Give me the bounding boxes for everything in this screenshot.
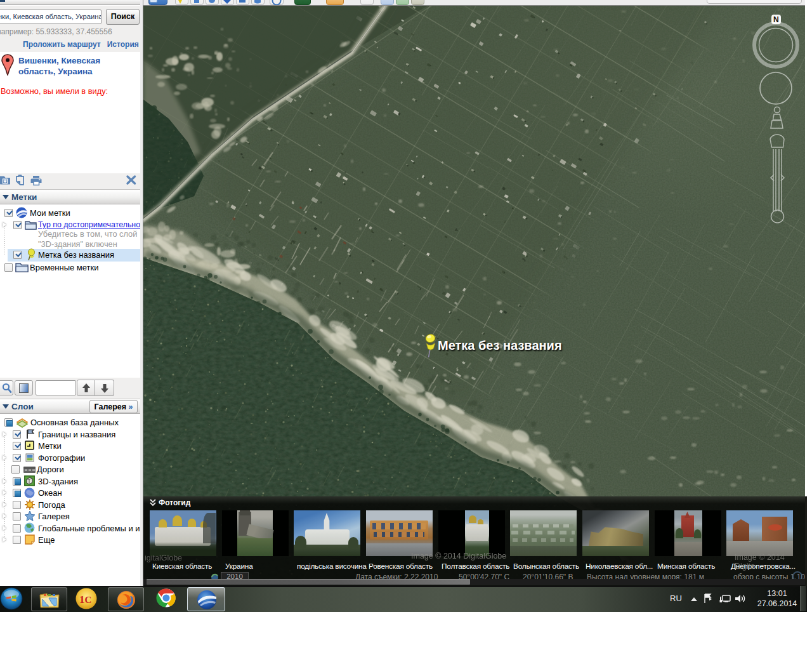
svg-text:1С: 1С — [79, 594, 91, 606]
svg-text:N: N — [773, 15, 779, 24]
svg-text:Метка без названия: Метка без названия — [438, 338, 562, 352]
